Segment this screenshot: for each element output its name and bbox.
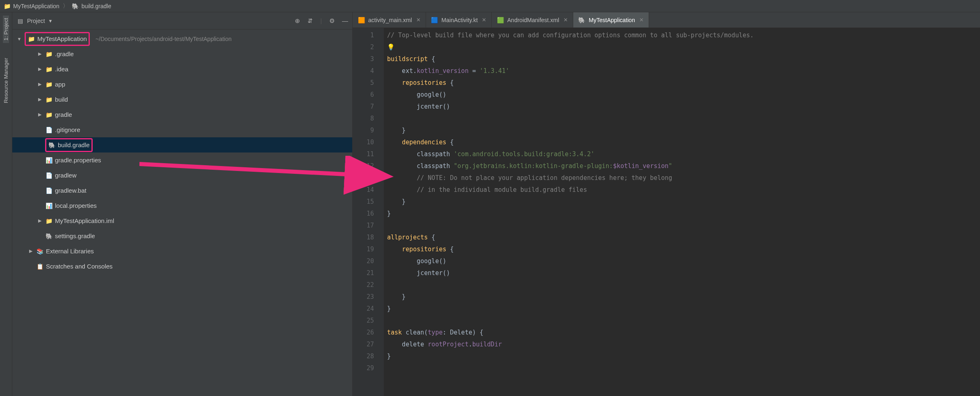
- tree-item[interactable]: ▶📁.gradle: [12, 46, 352, 61]
- line-number[interactable]: 3: [353, 53, 374, 65]
- line-number[interactable]: 29: [353, 362, 374, 374]
- line-number[interactable]: 21: [353, 267, 374, 279]
- breadcrumb-root[interactable]: 📁 MyTestApplication: [3, 2, 59, 10]
- editor-tab[interactable]: 🐘 MyTestApplication ✕: [573, 12, 649, 27]
- scratches-consoles[interactable]: 📋Scratches and Consoles: [12, 259, 352, 274]
- line-number[interactable]: 10: [353, 137, 374, 148]
- line-number[interactable]: 18: [353, 232, 374, 244]
- code-line[interactable]: [387, 220, 977, 232]
- line-number[interactable]: 27: [353, 339, 374, 350]
- code-line[interactable]: repositories {: [387, 244, 977, 255]
- rail-project[interactable]: 1: Project: [3, 16, 9, 43]
- code-line[interactable]: classpath "org.jetbrains.kotlin:kotlin-g…: [387, 160, 977, 172]
- line-number[interactable]: 1: [353, 30, 374, 41]
- breadcrumb-file[interactable]: 🐘 build.gradle: [72, 2, 111, 10]
- tree-item[interactable]: ▶📁MyTestApplication.iml: [12, 213, 352, 228]
- line-number[interactable]: 4: [353, 65, 374, 77]
- code-line[interactable]: jcenter(): [387, 101, 977, 113]
- close-icon[interactable]: ✕: [416, 17, 421, 23]
- code-line[interactable]: }: [387, 350, 977, 362]
- line-number[interactable]: 11: [353, 148, 374, 160]
- code-line[interactable]: google(): [387, 255, 977, 267]
- code-line[interactable]: repositories {: [387, 77, 977, 89]
- code-line[interactable]: // Top-level build file where you can ad…: [387, 30, 977, 41]
- line-number[interactable]: 16: [353, 208, 374, 220]
- tree-item[interactable]: ▶📁.idea: [12, 61, 352, 77]
- tree-item[interactable]: 📊gradle.properties: [12, 152, 352, 168]
- tree-item[interactable]: 🐘build.gradle: [12, 137, 352, 152]
- tree-root[interactable]: ▼ 📁 MyTestApplication ~/Documents/Projec…: [12, 31, 352, 46]
- code-line[interactable]: delete rootProject.buildDir: [387, 339, 977, 350]
- line-number[interactable]: 17: [353, 220, 374, 232]
- code-editor[interactable]: // Top-level build file where you can ad…: [384, 28, 980, 396]
- line-number[interactable]: 25: [353, 315, 374, 327]
- code-line[interactable]: buildscript {: [387, 53, 977, 65]
- line-number[interactable]: 12: [353, 160, 374, 172]
- code-line[interactable]: }: [387, 303, 977, 315]
- code-line[interactable]: }: [387, 196, 977, 208]
- line-number[interactable]: 23: [353, 291, 374, 303]
- project-tree[interactable]: ▼ 📁 MyTestApplication ~/Documents/Projec…: [12, 30, 352, 396]
- close-icon[interactable]: ✕: [482, 17, 486, 23]
- line-number[interactable]: 7: [353, 101, 374, 113]
- gear-icon[interactable]: ⚙: [329, 17, 335, 25]
- code-line[interactable]: [387, 279, 977, 291]
- chevron-down-icon[interactable]: ▼: [48, 18, 53, 23]
- expand-icon[interactable]: ▶: [37, 218, 43, 223]
- line-number[interactable]: 24: [353, 303, 374, 315]
- close-icon[interactable]: ✕: [563, 17, 568, 23]
- expand-icon[interactable]: ▶: [37, 66, 43, 72]
- code-line[interactable]: // in the individual module build.gradle…: [387, 184, 977, 196]
- line-number[interactable]: 9: [353, 125, 374, 137]
- expand-icon[interactable]: ▼: [16, 36, 22, 41]
- line-number[interactable]: 6: [353, 89, 374, 101]
- tree-item[interactable]: 📄gradlew: [12, 168, 352, 183]
- tree-item[interactable]: 🐘settings.gradle: [12, 228, 352, 244]
- code-line[interactable]: allprojects {: [387, 232, 977, 244]
- target-icon[interactable]: ⊕: [295, 17, 300, 25]
- tree-item[interactable]: ▶📁gradle: [12, 107, 352, 122]
- tree-item[interactable]: 📊local.properties: [12, 198, 352, 213]
- editor-tab[interactable]: 🟦 MainActivity.kt ✕: [426, 12, 492, 27]
- code-line[interactable]: dependencies {: [387, 137, 977, 148]
- rail-resource-manager[interactable]: Resource Manager: [3, 55, 9, 106]
- collapse-icon[interactable]: ⇵: [308, 17, 313, 25]
- code-line[interactable]: classpath 'com.android.tools.build:gradl…: [387, 148, 977, 160]
- minimize-icon[interactable]: —: [342, 17, 348, 24]
- code-line[interactable]: [387, 315, 977, 327]
- expand-icon[interactable]: ▶: [37, 97, 43, 102]
- line-number[interactable]: 22: [353, 279, 374, 291]
- code-line[interactable]: jcenter(): [387, 267, 977, 279]
- line-number[interactable]: 5: [353, 77, 374, 89]
- editor-tab[interactable]: 🟧 activity_main.xml ✕: [353, 12, 426, 27]
- code-line[interactable]: }: [387, 291, 977, 303]
- code-line[interactable]: ext.kotlin_version = '1.3.41': [387, 65, 977, 77]
- code-line[interactable]: }: [387, 208, 977, 220]
- line-number[interactable]: 15: [353, 196, 374, 208]
- line-number[interactable]: ▶26: [353, 327, 374, 339]
- code-line[interactable]: [387, 362, 977, 374]
- code-line[interactable]: [387, 113, 977, 125]
- line-number[interactable]: 2: [353, 41, 374, 53]
- editor-gutter[interactable]: 1234567891011121314151617181920212223242…: [353, 28, 384, 396]
- code-line[interactable]: task clean(type: Delete) {: [387, 327, 977, 339]
- external-libraries[interactable]: ▶📚External Libraries: [12, 244, 352, 259]
- expand-icon[interactable]: ▶: [37, 82, 43, 87]
- line-number[interactable]: 20: [353, 255, 374, 267]
- code-line[interactable]: }: [387, 125, 977, 137]
- tree-item[interactable]: ▶📁app: [12, 77, 352, 92]
- tree-item[interactable]: 📄.gitignore: [12, 122, 352, 137]
- line-number[interactable]: 14: [353, 184, 374, 196]
- code-line[interactable]: google(): [387, 89, 977, 101]
- expand-icon[interactable]: ▶: [37, 51, 43, 57]
- line-number[interactable]: 28: [353, 350, 374, 362]
- tree-item[interactable]: 📄gradlew.bat: [12, 183, 352, 198]
- tree-item[interactable]: ▶📁build: [12, 92, 352, 107]
- expand-icon[interactable]: ▶: [37, 112, 43, 117]
- line-number[interactable]: 13: [353, 172, 374, 184]
- expand-icon[interactable]: ▶: [28, 248, 34, 254]
- close-icon[interactable]: ✕: [639, 17, 644, 23]
- code-line[interactable]: // NOTE: Do not place your application d…: [387, 172, 977, 184]
- editor-tab[interactable]: 🟩 AndroidManifest.xml ✕: [492, 12, 573, 27]
- line-number[interactable]: 8: [353, 113, 374, 125]
